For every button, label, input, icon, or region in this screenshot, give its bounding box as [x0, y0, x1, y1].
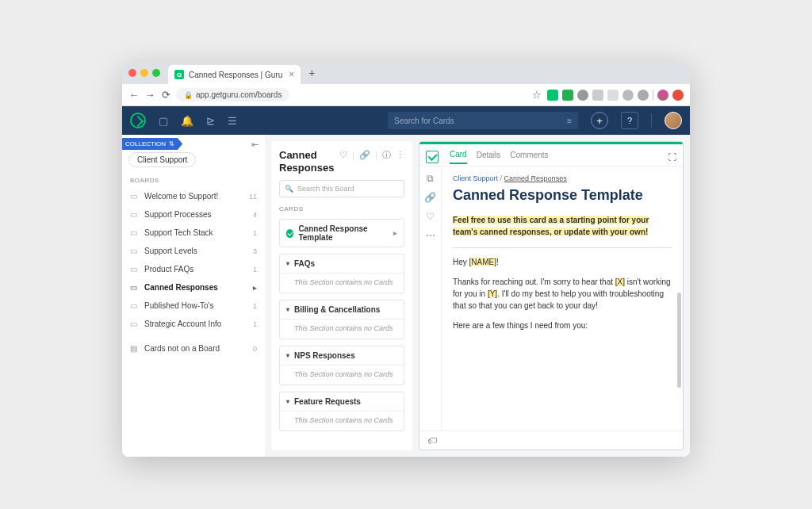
- forward-button[interactable]: →: [144, 89, 155, 101]
- card-paragraph: Thanks for reaching out. I'm sorry to he…: [453, 276, 672, 312]
- card-rail: ⧉ 🔗 ♡ ⋯: [419, 166, 442, 431]
- ext-green-icon[interactable]: [562, 90, 573, 101]
- breadcrumb-board[interactable]: Canned Responses: [504, 174, 567, 182]
- board-item-howtos[interactable]: ▭Published How-To's1: [122, 297, 265, 315]
- ext-icon-b[interactable]: [607, 90, 619, 101]
- tab-title: Canned Responses | Guru: [189, 71, 282, 79]
- divider: [453, 247, 672, 248]
- board-item-faqs[interactable]: ▭Product FAQs1: [122, 260, 265, 278]
- filter-icon[interactable]: ≡: [567, 117, 572, 125]
- info-icon[interactable]: ⓘ: [382, 149, 391, 161]
- board-item-strategic[interactable]: ▭Strategic Account Info1: [122, 315, 265, 333]
- sidebar: COLLECTION ⇅ ⇤ Client Support BOARDS ▭We…: [122, 135, 265, 457]
- board-item-levels[interactable]: ▭Support Levels3: [122, 242, 265, 260]
- board-icon: ▭: [130, 247, 140, 255]
- board-icon: ▭: [130, 320, 140, 328]
- cards-icon: ▤: [130, 344, 140, 353]
- tab-comments[interactable]: Comments: [510, 151, 548, 163]
- board-title: Canned Responses: [279, 149, 339, 174]
- back-button[interactable]: ←: [128, 89, 140, 101]
- collection-label: COLLECTION: [125, 140, 166, 147]
- section-empty: This Section contains no Cards: [280, 273, 404, 293]
- board-icon: ▭: [130, 265, 140, 274]
- tab-details[interactable]: Details: [477, 151, 501, 163]
- book-icon[interactable]: ▢: [159, 115, 168, 127]
- close-tab-button[interactable]: ×: [289, 69, 294, 80]
- board-header: Canned Responses ♡ | 🔗 | ⓘ ⋮: [279, 149, 404, 174]
- section-template[interactable]: Canned Response Template▸: [279, 219, 404, 247]
- verified-icon: [286, 229, 293, 238]
- collection-tag[interactable]: COLLECTION ⇅: [122, 138, 182, 150]
- guru-favicon: G: [174, 70, 184, 79]
- guru-logo[interactable]: [130, 113, 146, 128]
- header-divider: [651, 113, 652, 128]
- stack-icon[interactable]: ☰: [228, 115, 237, 127]
- board-icon: ▭: [130, 192, 140, 201]
- chevron-right-icon: ▸: [253, 284, 257, 292]
- board-item-welcome[interactable]: ▭Welcome to Support!11: [122, 187, 265, 205]
- favorite-icon[interactable]: ♡: [426, 211, 435, 222]
- expand-icon[interactable]: ⛶: [668, 152, 676, 162]
- sort-icon: ⇅: [169, 140, 174, 147]
- url-text: app.getguru.com/boards: [196, 90, 282, 99]
- section-faqs[interactable]: ▾FAQs This Section contains no Cards: [279, 254, 404, 293]
- board-item-techstack[interactable]: ▭Support Tech Stack1: [122, 224, 265, 242]
- profile-avatar[interactable]: [657, 90, 668, 101]
- close-window-button[interactable]: [128, 69, 136, 77]
- breadcrumb-collection[interactable]: Client Support: [453, 174, 498, 182]
- window-controls: [128, 69, 160, 77]
- section-empty: This Section contains no Cards: [280, 319, 404, 339]
- cards-heading: CARDS: [279, 205, 404, 212]
- ext-red-icon[interactable]: [672, 90, 684, 101]
- add-button[interactable]: +: [591, 112, 608, 129]
- bell-icon[interactable]: 🔔: [181, 115, 193, 127]
- browser-window: G Canned Responses | Guru × + ← → ⟳ 🔒 ap…: [122, 62, 690, 457]
- help-button[interactable]: ?: [621, 112, 638, 129]
- maximize-window-button[interactable]: [152, 69, 160, 77]
- link-icon[interactable]: 🔗: [359, 150, 370, 160]
- section-empty: This Section contains no Cards: [280, 365, 404, 385]
- ext-icon-d[interactable]: [638, 90, 649, 101]
- favorite-icon[interactable]: ♡: [339, 150, 347, 160]
- ext-guru-icon[interactable]: [547, 90, 558, 101]
- collapse-sidebar-button[interactable]: ⇤: [251, 140, 259, 150]
- section-nps[interactable]: ▾NPS Responses This Section contains no …: [279, 346, 404, 385]
- card-paragraph-2: Here are a few things I need from you:: [453, 320, 672, 331]
- global-search[interactable]: Search for Cards ≡: [388, 112, 578, 129]
- card-greeting: Hey [NAME]!: [453, 256, 672, 268]
- board-search[interactable]: 🔍 Search this Board: [279, 180, 404, 197]
- address-bar[interactable]: 🔒 app.getguru.com/boards: [176, 88, 289, 101]
- card-intro: Feel free to use this card as a starting…: [453, 214, 672, 238]
- ext-icon-c[interactable]: [622, 90, 634, 101]
- lock-icon: 🔒: [184, 91, 193, 99]
- more-icon[interactable]: ⋯: [426, 230, 435, 241]
- more-icon[interactable]: ⋮: [396, 150, 404, 160]
- copy-icon[interactable]: ⧉: [427, 173, 434, 184]
- verified-check-icon[interactable]: [426, 151, 439, 163]
- ext-grey-icon[interactable]: [577, 90, 588, 101]
- browser-tab[interactable]: G Canned Responses | Guru ×: [168, 65, 301, 84]
- user-avatar[interactable]: [665, 112, 682, 129]
- collection-name: Client Support: [137, 155, 187, 164]
- bookmark-button[interactable]: ☆: [531, 89, 542, 101]
- minimize-window-button[interactable]: [140, 69, 148, 77]
- tab-card[interactable]: Card: [450, 150, 467, 164]
- card-content: Client Support / Canned Responses Canned…: [442, 166, 683, 431]
- board-item-processes[interactable]: ▭Support Processes4: [122, 205, 265, 224]
- analytics-icon[interactable]: ⊵: [206, 115, 215, 127]
- reload-button[interactable]: ⟳: [160, 89, 171, 101]
- scrollbar-thumb[interactable]: [677, 293, 681, 388]
- section-feature[interactable]: ▾Feature Requests This Section contains …: [279, 392, 404, 431]
- board-item-canned[interactable]: ▭Canned Responses▸: [122, 278, 265, 297]
- ext-icon-a[interactable]: [592, 90, 603, 101]
- link-icon[interactable]: 🔗: [424, 192, 436, 203]
- tag-icon[interactable]: 🏷: [427, 435, 437, 446]
- address-bar-row: ← → ⟳ 🔒 app.getguru.com/boards ☆: [122, 84, 690, 106]
- collection-chip[interactable]: Client Support: [128, 152, 196, 167]
- chevron-down-icon: ▾: [286, 260, 289, 267]
- board-column: Canned Responses ♡ | 🔗 | ⓘ ⋮ 🔍 Search th…: [271, 141, 412, 450]
- section-billing[interactable]: ▾Billing & Cancellations This Section co…: [279, 300, 404, 339]
- cards-not-on-board[interactable]: ▤Cards not on a Board0: [122, 339, 265, 358]
- new-tab-button[interactable]: +: [308, 67, 315, 79]
- card-panel: Card Details Comments ⛶ ⧉ 🔗 ♡ ⋯ Client S…: [419, 141, 684, 450]
